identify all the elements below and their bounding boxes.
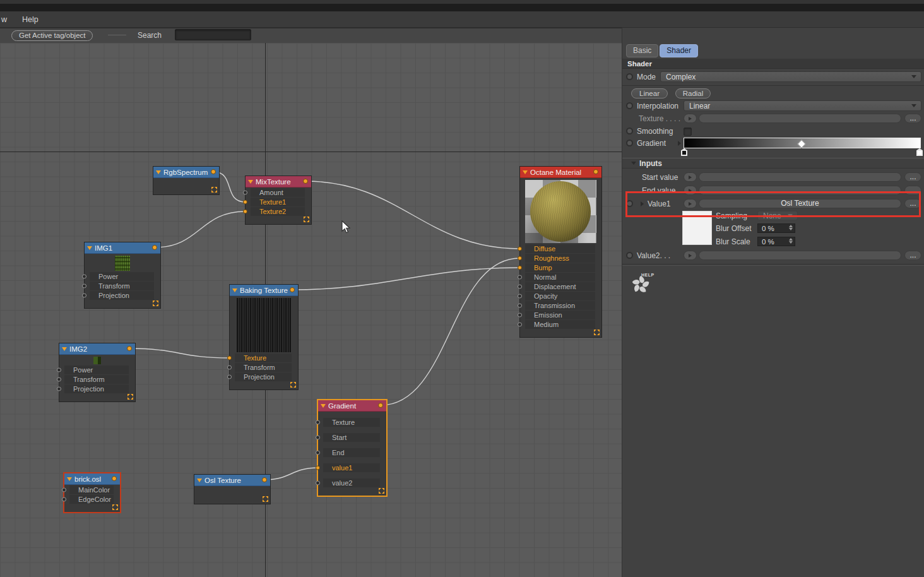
node-collapse-icon[interactable] [62,347,67,351]
node-mixtexture[interactable]: MixTextureAmountTexture1Texture2 [245,175,312,225]
input-port-start[interactable] [316,436,320,440]
node-collapse-icon[interactable] [248,180,253,184]
node-header[interactable]: Gradient [318,400,386,412]
input-port-emission[interactable] [518,313,522,318]
node-header[interactable]: IMG2 [59,343,135,355]
input-port-transmission[interactable] [518,304,522,308]
node-row-opacity[interactable]: Opacity [525,292,595,300]
input-port-texture[interactable] [316,420,320,425]
input-port-projection[interactable] [82,294,86,298]
inputs-section-header[interactable]: Inputs [622,158,924,169]
spinner-arrows-icon[interactable] [789,238,793,244]
input-port-texture[interactable] [227,356,232,360]
node-row-transform[interactable]: Transform [64,375,129,384]
node-collapse-icon[interactable] [197,479,202,482]
node-row-projection[interactable]: Projection [235,372,292,381]
node-expand-icon[interactable] [290,382,296,388]
node-row-power[interactable]: Power [90,272,154,281]
spinner-arrows-icon[interactable] [789,225,793,230]
node-row-roughness[interactable]: Roughness [525,254,595,263]
node-row-start[interactable]: Start [323,433,380,442]
output-port[interactable] [303,179,308,184]
input-port-maincolor[interactable] [62,488,66,492]
output-port[interactable] [593,169,598,174]
node-collapse-icon[interactable] [523,170,528,174]
node-row-texture[interactable]: Texture [323,418,380,427]
node-collapse-icon[interactable] [232,288,237,292]
input-port-diffuse[interactable] [518,247,522,251]
mode-radio[interactable] [626,73,633,80]
node-graph-canvas[interactable]: RgbSpectrumMixTextureAmountTexture1Textu… [0,43,622,577]
node-collapse-icon[interactable] [321,404,326,408]
value2-expand-button[interactable] [684,251,697,260]
output-port[interactable] [378,403,383,408]
input-port-texture2[interactable] [243,210,247,214]
smoothing-checkbox[interactable] [684,128,692,136]
input-port-texture1[interactable] [243,200,247,205]
output-port[interactable] [112,476,117,481]
node-header[interactable]: Osl Texture [194,475,270,486]
output-port[interactable] [127,346,132,351]
menu-item-help[interactable]: Help [22,15,38,24]
blur-scale-spinner[interactable]: 0 % [757,237,795,246]
node-header[interactable]: Baking Texture [230,285,298,296]
node-row-diffuse[interactable]: Diffuse [525,244,595,253]
node-row-value2[interactable]: value2 [323,479,380,487]
input-port-value1[interactable] [316,466,320,470]
node-row-texture2[interactable]: Texture2 [251,207,305,216]
input-port-power[interactable] [57,368,61,372]
input-port-transform[interactable] [57,378,61,382]
node-row-transmission[interactable]: Transmission [525,301,595,310]
input-port-displacement[interactable] [518,285,522,289]
node-row-transform[interactable]: Transform [235,363,292,372]
node-header[interactable]: RgbSpectrum [153,167,219,178]
node-header[interactable]: MixTexture [246,176,311,187]
input-port-end[interactable] [316,451,320,455]
texture-browse-button[interactable]: ... [904,114,921,123]
gradient-knob-black[interactable] [681,148,687,156]
input-port-edgecolor[interactable] [62,497,66,502]
input-port-projection[interactable] [57,387,61,391]
node-octane-material[interactable]: Octane MaterialDiffuseRoughnessBumpNorma… [519,166,602,338]
gradient-mid-marker[interactable] [797,140,806,148]
input-port-roughness[interactable] [518,256,522,261]
node-expand-icon[interactable] [153,300,158,306]
node-row-amount[interactable]: Amount [251,188,305,197]
get-active-tag-button[interactable]: Get Active tag/object [11,30,93,41]
node-gradient[interactable]: GradientTextureStartEndvalue1value2 [317,400,387,496]
gradient-knob-white[interactable] [916,148,923,156]
output-port[interactable] [262,477,267,482]
node-img2[interactable]: IMG2PowerTransformProjection [59,343,136,402]
gradient-expand-icon[interactable] [678,141,681,146]
input-port-amount[interactable] [243,191,247,195]
node-row-texture1[interactable]: Texture1 [251,198,305,206]
node-collapse-icon[interactable] [87,246,92,250]
octane-help-logo-icon[interactable] [630,274,651,295]
input-port-projection[interactable] [227,375,232,379]
output-port[interactable] [290,287,295,292]
output-port[interactable] [152,245,157,250]
start-value-field[interactable] [699,172,901,182]
node-brick-osl[interactable]: brick.oslMainColorEdgeColor [64,473,121,513]
input-port-transform[interactable] [227,366,232,370]
linear-button[interactable]: Linear [631,88,668,98]
node-row-end[interactable]: End [323,448,380,457]
mode-dropdown[interactable]: Complex [660,71,921,82]
gradient-radio[interactable] [626,140,633,146]
smoothing-radio[interactable] [626,128,633,134]
input-port-transform[interactable] [82,284,86,288]
node-row-bump[interactable]: Bump [525,263,595,272]
value2-radio[interactable] [626,252,633,259]
node-row-medium[interactable]: Medium [525,320,595,329]
node-row-displacement[interactable]: Displacement [525,282,595,291]
node-header[interactable]: Octane Material [520,167,601,178]
node-row-maincolor[interactable]: MainColor [69,485,114,494]
input-port-bump[interactable] [518,266,522,270]
node-row-value1[interactable]: value1 [323,463,380,472]
node-row-projection[interactable]: Projection [64,384,129,393]
node-header[interactable]: IMG1 [85,242,160,254]
texture-field[interactable] [699,114,901,123]
node-row-edgecolor[interactable]: EdgeColor [69,495,114,504]
node-collapse-icon[interactable] [156,170,161,174]
interpolation-dropdown[interactable]: Linear [684,100,921,111]
